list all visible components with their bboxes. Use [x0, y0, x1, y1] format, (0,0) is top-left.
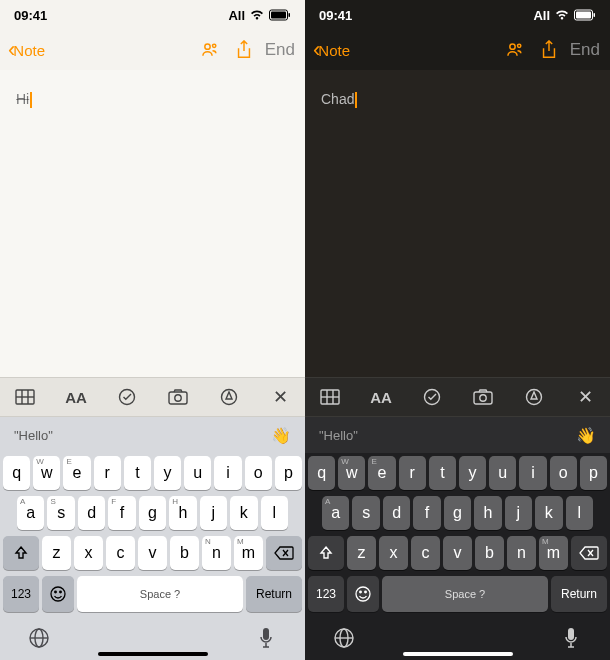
globe-icon[interactable] — [331, 625, 357, 651]
key-s[interactable]: s — [352, 496, 379, 530]
key-o[interactable]: o — [550, 456, 577, 490]
key-d[interactable]: d — [78, 496, 105, 530]
return-key[interactable]: Return — [246, 576, 302, 612]
key-d[interactable]: d — [383, 496, 410, 530]
collaborate-icon[interactable] — [195, 35, 225, 65]
close-icon[interactable]: ✕ — [574, 386, 596, 408]
space-key[interactable]: Space ? — [77, 576, 243, 612]
shift-key[interactable] — [3, 536, 39, 570]
key-k[interactable]: k — [535, 496, 562, 530]
key-c[interactable]: c — [106, 536, 135, 570]
key-n[interactable]: n — [507, 536, 536, 570]
checklist-icon[interactable] — [116, 386, 138, 408]
return-key[interactable]: Return — [551, 576, 607, 612]
checklist-icon[interactable] — [421, 386, 443, 408]
key-v[interactable]: v — [443, 536, 472, 570]
key-t[interactable]: t — [429, 456, 456, 490]
key-u[interactable]: u — [184, 456, 211, 490]
key-v[interactable]: v — [138, 536, 167, 570]
markup-icon[interactable] — [218, 386, 240, 408]
note-content[interactable]: Hi — [0, 70, 305, 377]
key-g[interactable]: g — [444, 496, 471, 530]
key-b[interactable]: b — [475, 536, 504, 570]
mic-icon[interactable] — [253, 625, 279, 651]
key-l[interactable]: l — [261, 496, 288, 530]
suggestion-text[interactable]: "Hello" — [319, 428, 358, 443]
key-x[interactable]: x — [379, 536, 408, 570]
wave-emoji-icon[interactable]: 👋 — [576, 426, 596, 445]
key-c[interactable]: c — [411, 536, 440, 570]
key-e[interactable]: eE — [368, 456, 395, 490]
mic-icon[interactable] — [558, 625, 584, 651]
key-p[interactable]: p — [275, 456, 302, 490]
svg-point-14 — [55, 591, 57, 593]
key-f[interactable]: fF — [108, 496, 135, 530]
key-m[interactable]: mM — [539, 536, 568, 570]
key-r[interactable]: r — [94, 456, 121, 490]
suggestion-bar: "Hello" 👋 — [0, 417, 305, 453]
numbers-key[interactable]: 123 — [308, 576, 344, 612]
key-y[interactable]: y — [459, 456, 486, 490]
key-q[interactable]: q — [3, 456, 30, 490]
text-format-icon[interactable]: AA — [370, 386, 392, 408]
format-toolbar: AA ✕ — [0, 377, 305, 417]
home-indicator[interactable] — [403, 652, 513, 656]
key-e[interactable]: eE — [63, 456, 90, 490]
key-h[interactable]: h — [474, 496, 501, 530]
numbers-key[interactable]: 123 — [3, 576, 39, 612]
camera-icon[interactable] — [167, 386, 189, 408]
key-j[interactable]: j — [200, 496, 227, 530]
end-button[interactable]: End — [568, 40, 602, 60]
markup-icon[interactable] — [523, 386, 545, 408]
close-icon[interactable]: ✕ — [269, 386, 291, 408]
emoji-key[interactable] — [347, 576, 379, 612]
key-n[interactable]: nN — [202, 536, 231, 570]
back-button[interactable]: ‹ Note — [313, 37, 350, 63]
key-s[interactable]: sS — [47, 496, 74, 530]
svg-rect-10 — [169, 392, 187, 404]
key-f[interactable]: f — [413, 496, 440, 530]
back-button[interactable]: ‹ Note — [8, 37, 45, 63]
share-icon[interactable] — [534, 35, 564, 65]
key-o[interactable]: o — [245, 456, 272, 490]
key-m[interactable]: mM — [234, 536, 263, 570]
key-i[interactable]: i — [214, 456, 241, 490]
backspace-key[interactable] — [266, 536, 302, 570]
space-key[interactable]: Space ? — [382, 576, 548, 612]
key-w[interactable]: wW — [338, 456, 365, 490]
key-z[interactable]: z — [42, 536, 71, 570]
camera-icon[interactable] — [472, 386, 494, 408]
key-y[interactable]: y — [154, 456, 181, 490]
key-a[interactable]: aA — [17, 496, 44, 530]
backspace-key[interactable] — [571, 536, 607, 570]
key-t[interactable]: t — [124, 456, 151, 490]
key-p[interactable]: p — [580, 456, 607, 490]
key-r[interactable]: r — [399, 456, 426, 490]
key-i[interactable]: i — [519, 456, 546, 490]
emoji-key[interactable] — [42, 576, 74, 612]
key-g[interactable]: g — [139, 496, 166, 530]
key-b[interactable]: b — [170, 536, 199, 570]
key-u[interactable]: u — [489, 456, 516, 490]
note-content[interactable]: Chad — [305, 70, 610, 377]
shift-key[interactable] — [308, 536, 344, 570]
key-j[interactable]: j — [505, 496, 532, 530]
share-icon[interactable] — [229, 35, 259, 65]
key-w[interactable]: wW — [33, 456, 60, 490]
key-l[interactable]: l — [566, 496, 593, 530]
key-k[interactable]: k — [230, 496, 257, 530]
end-button[interactable]: End — [263, 40, 297, 60]
text-format-icon[interactable]: AA — [65, 386, 87, 408]
table-icon[interactable] — [14, 386, 36, 408]
key-h[interactable]: hH — [169, 496, 196, 530]
key-a[interactable]: aA — [322, 496, 349, 530]
key-z[interactable]: z — [347, 536, 376, 570]
suggestion-text[interactable]: "Hello" — [14, 428, 53, 443]
key-q[interactable]: q — [308, 456, 335, 490]
globe-icon[interactable] — [26, 625, 52, 651]
home-indicator[interactable] — [98, 652, 208, 656]
table-icon[interactable] — [319, 386, 341, 408]
collaborate-icon[interactable] — [500, 35, 530, 65]
wave-emoji-icon[interactable]: 👋 — [271, 426, 291, 445]
key-x[interactable]: x — [74, 536, 103, 570]
